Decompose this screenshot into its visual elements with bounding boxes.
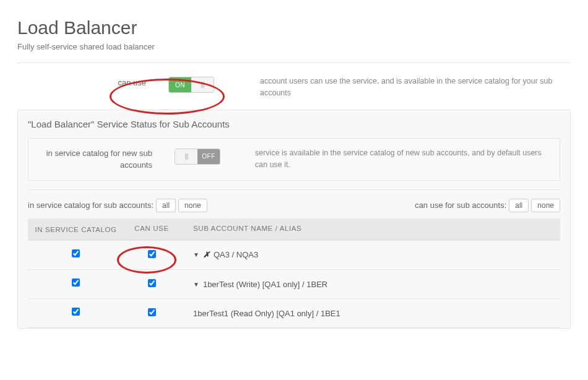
- toggle-on-text: ON: [169, 77, 191, 92]
- page-title: Load Balancer: [17, 17, 571, 38]
- toggle-off-text: OFF: [197, 149, 220, 164]
- table-row: ▼1berTest (Write) [QA1 only] / 1BER: [28, 270, 560, 299]
- in-catalog-checkbox[interactable]: [72, 279, 80, 287]
- filter-right-label: can use for sub accounts:: [415, 201, 506, 210]
- table-body[interactable]: ▼✗QA3 / NQA3▼1berTest (Write) [QA1 only]…: [28, 241, 560, 329]
- sub-account-cell: 1berTest1 (Read Only) [QA1 only] / 1BE1: [186, 309, 554, 318]
- table-row: 1berTest1 (Read Only) [QA1 only] / 1BE1: [28, 299, 560, 328]
- catalog-all-button[interactable]: all: [156, 199, 176, 212]
- new-sub-row: in service catalog for new sub accounts …: [28, 138, 560, 181]
- divider: [28, 189, 560, 190]
- sub-account-cell: ▼✗QA3 / NQA3: [186, 250, 554, 259]
- col-can-use: CAN USE: [118, 225, 186, 235]
- sub-accounts-panel: "Load Balancer" Service Status for Sub A…: [17, 110, 571, 329]
- sub-account-name: 1berTest (Write) [QA1 only] / 1BER: [203, 280, 327, 289]
- page-subtitle: Fully self-service shared load balancer: [17, 42, 571, 51]
- new-sub-toggle[interactable]: OFF: [175, 149, 220, 165]
- table-row: ▼✗QA3 / NQA3: [28, 241, 560, 270]
- can-use-description: account users can use the service, and i…: [255, 76, 568, 100]
- sub-accounts-table: IN SERVICE CATALOG CAN USE SUB ACCOUNT N…: [28, 218, 560, 329]
- in-catalog-checkbox[interactable]: [72, 308, 80, 316]
- col-in-catalog: IN SERVICE CATALOG: [34, 225, 118, 235]
- panel-title: "Load Balancer" Service Status for Sub A…: [28, 119, 560, 129]
- new-sub-label: in service catalog for new sub accounts: [38, 147, 175, 171]
- caret-down-icon[interactable]: ▼: [193, 281, 199, 288]
- toggle-grip-icon: [175, 149, 197, 164]
- canuse-all-button[interactable]: all: [509, 199, 529, 212]
- can-use-row: can use ON account users can use the ser…: [17, 71, 571, 110]
- can-use-label: can use: [20, 76, 168, 87]
- table-header: IN SERVICE CATALOG CAN USE SUB ACCOUNT N…: [28, 218, 560, 241]
- can-use-checkbox[interactable]: [148, 308, 156, 316]
- x-icon: ✗: [203, 250, 210, 259]
- filter-row: in service catalog for sub accounts: all…: [28, 199, 560, 212]
- col-name: SUB ACCOUNT NAME / ALIAS: [186, 225, 554, 235]
- divider: [17, 63, 571, 63]
- toggle-grip-icon: [191, 77, 214, 92]
- caret-down-icon[interactable]: ▼: [193, 251, 199, 258]
- filter-left-label: in service catalog for sub accounts:: [28, 201, 153, 210]
- can-use-toggle[interactable]: ON: [168, 77, 214, 93]
- catalog-none-button[interactable]: none: [178, 199, 207, 212]
- can-use-checkbox[interactable]: [148, 250, 156, 258]
- canuse-none-button[interactable]: none: [531, 199, 560, 212]
- in-catalog-checkbox[interactable]: [72, 249, 80, 257]
- new-sub-description: service is available in the service cata…: [255, 147, 550, 171]
- can-use-checkbox[interactable]: [148, 279, 156, 287]
- sub-account-cell: ▼1berTest (Write) [QA1 only] / 1BER: [186, 280, 554, 289]
- sub-account-name: 1berTest1 (Read Only) [QA1 only] / 1BE1: [193, 309, 340, 318]
- sub-account-name: QA3 / NQA3: [214, 250, 258, 259]
